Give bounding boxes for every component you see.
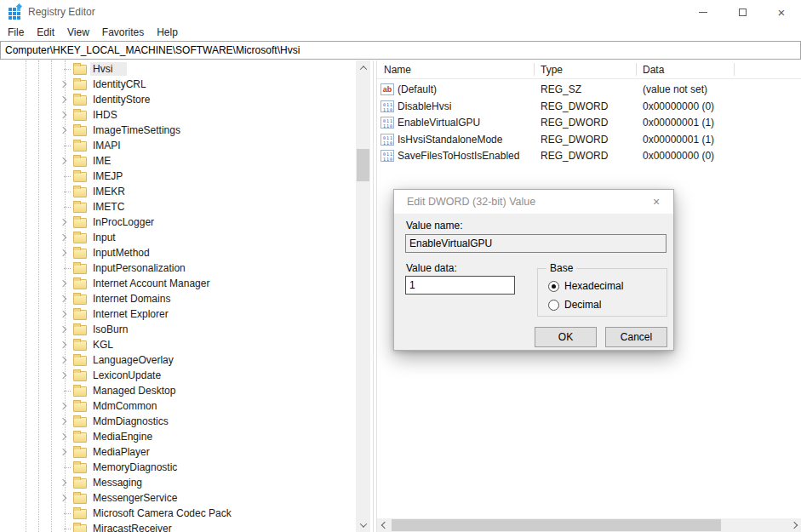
tree-item-label[interactable]: ImageTimeSettings — [90, 123, 183, 137]
tree-item[interactable]: MiracastReceiver — [0, 521, 356, 532]
ok-button[interactable]: OK — [535, 327, 597, 347]
expand-chevron-icon[interactable] — [56, 490, 71, 506]
expand-chevron-icon[interactable] — [56, 368, 71, 383]
tree-item-label[interactable]: IMETC — [90, 200, 127, 214]
cancel-button[interactable]: Cancel — [605, 327, 667, 347]
tree-item[interactable]: Messaging — [0, 475, 356, 490]
expand-chevron-icon[interactable] — [56, 230, 71, 245]
menu-file[interactable]: File — [8, 26, 24, 38]
expand-chevron-icon[interactable] — [56, 92, 71, 107]
expand-chevron-icon[interactable] — [56, 352, 71, 368]
expand-chevron-icon[interactable] — [56, 398, 71, 414]
tree-item-label[interactable]: IsoBurn — [90, 323, 130, 336]
tree-item[interactable]: MemoryDiagnostic — [0, 460, 356, 475]
column-header-type[interactable]: Type — [541, 64, 563, 76]
tree-item[interactable]: IsoBurn — [0, 322, 356, 337]
tree-item-label[interactable]: MediaPlayer — [90, 445, 152, 459]
tree-item[interactable]: Microsoft Camera Codec Pack — [0, 506, 356, 521]
tree-item-label[interactable]: IMEKR — [90, 185, 128, 198]
expand-chevron-icon[interactable] — [56, 184, 71, 199]
menu-edit[interactable]: Edit — [37, 26, 54, 38]
expand-chevron-icon[interactable] — [56, 215, 71, 230]
tree-item-label[interactable]: Hvsi — [90, 62, 127, 76]
menu-view[interactable]: View — [67, 26, 89, 38]
tree-item[interactable]: Managed Desktop — [0, 383, 356, 398]
tree-item-label[interactable]: IMAPI — [90, 139, 123, 152]
tree-vertical-scrollbar[interactable] — [356, 60, 370, 532]
tree-item[interactable]: Internet Explorer — [0, 306, 356, 322]
tree-item[interactable]: IMAPI — [0, 138, 356, 153]
tree-item-label[interactable]: InputMethod — [90, 246, 152, 260]
scroll-right-button[interactable] — [787, 518, 801, 532]
tree-item-label[interactable]: MessengerService — [90, 491, 180, 505]
tree-item-label[interactable]: Messaging — [90, 476, 145, 489]
tree-item[interactable]: IdentityCRL — [0, 77, 356, 92]
tree-item-label[interactable]: Input — [90, 231, 118, 244]
expand-chevron-icon[interactable] — [56, 61, 71, 77]
tree-item[interactable]: IHDS — [0, 107, 356, 123]
tree-item[interactable]: MessengerService — [0, 490, 356, 506]
tree-item-label[interactable]: Internet Domains — [90, 292, 173, 306]
values-scrollbar-thumb[interactable] — [392, 519, 721, 531]
tree-item-label[interactable]: Internet Account Manager — [90, 277, 212, 290]
value-name-field[interactable]: EnableVirtualGPU — [405, 234, 667, 253]
tree-item[interactable]: Hvsi — [0, 61, 356, 77]
tree-item[interactable]: IMETC — [0, 199, 356, 215]
expand-chevron-icon[interactable] — [56, 153, 71, 169]
tree-scrollbar-thumb[interactable] — [357, 149, 369, 181]
expand-chevron-icon[interactable] — [56, 245, 71, 260]
tree-item-label[interactable]: Microsoft Camera Codec Pack — [90, 506, 234, 520]
registry-value-row[interactable]: 011 110 IsHvsiStandaloneMode REG_DWORD 0… — [377, 132, 801, 149]
registry-value-row[interactable]: 011 110 EnableVirtualGPU REG_DWORD 0x000… — [377, 115, 801, 132]
tree-item[interactable]: LanguageOverlay — [0, 352, 356, 368]
expand-chevron-icon[interactable] — [56, 276, 71, 291]
expand-chevron-icon[interactable] — [56, 475, 71, 490]
tree-item-label[interactable]: IdentityCRL — [90, 77, 149, 91]
expand-chevron-icon[interactable] — [56, 291, 71, 306]
menu-help[interactable]: Help — [157, 26, 178, 38]
column-separator[interactable] — [636, 63, 637, 76]
tree-item-label[interactable]: MiracastReceiver — [90, 522, 175, 532]
column-separator[interactable] — [534, 63, 535, 76]
values-horizontal-scrollbar[interactable] — [377, 518, 801, 532]
tree-item[interactable]: MdmCommon — [0, 398, 356, 414]
expand-chevron-icon[interactable] — [56, 444, 71, 460]
tree-item[interactable]: IME — [0, 153, 356, 169]
tree-item[interactable]: IMEJP — [0, 169, 356, 184]
tree-item-label[interactable]: LanguageOverlay — [90, 353, 176, 367]
scroll-up-button[interactable] — [356, 60, 370, 75]
minimize-button[interactable] — [684, 0, 723, 24]
tree-item[interactable]: LexiconUpdate — [0, 368, 356, 383]
scroll-left-button[interactable] — [377, 518, 392, 532]
expand-chevron-icon[interactable] — [56, 521, 71, 532]
tree-item[interactable]: KGL — [0, 337, 356, 352]
tree-item[interactable]: IdentityStore — [0, 92, 356, 107]
expand-chevron-icon[interactable] — [56, 77, 71, 92]
radio-hexadecimal[interactable]: Hexadecimal — [548, 279, 623, 293]
close-button[interactable]: × — [762, 0, 801, 24]
expand-chevron-icon[interactable] — [56, 138, 71, 153]
expand-chevron-icon[interactable] — [56, 123, 71, 138]
expand-chevron-icon[interactable] — [56, 337, 71, 352]
tree-item-label[interactable]: LexiconUpdate — [90, 369, 163, 382]
column-header-data[interactable]: Data — [643, 64, 664, 76]
expand-chevron-icon[interactable] — [56, 306, 71, 322]
expand-chevron-icon[interactable] — [56, 414, 71, 429]
scroll-down-button[interactable] — [356, 518, 370, 532]
tree-item[interactable]: InProcLogger — [0, 215, 356, 230]
registry-value-row[interactable]: 011 110 SaveFilesToHostIsEnabled REG_DWO… — [377, 148, 801, 165]
expand-chevron-icon[interactable] — [56, 199, 71, 215]
tree-item[interactable]: IMEKR — [0, 184, 356, 199]
expand-chevron-icon[interactable] — [56, 506, 71, 521]
tree-item-label[interactable]: Managed Desktop — [90, 384, 178, 398]
tree-item-label[interactable]: IHDS — [90, 108, 120, 122]
tree-item[interactable]: Internet Domains — [0, 291, 356, 306]
tree-item[interactable]: Input — [0, 230, 356, 245]
tree-item-label[interactable]: IMEJP — [90, 169, 125, 183]
tree-item[interactable]: Internet Account Manager — [0, 276, 356, 291]
expand-chevron-icon[interactable] — [56, 107, 71, 123]
expand-chevron-icon[interactable] — [56, 169, 71, 184]
tree-item-label[interactable]: MemoryDiagnostic — [90, 460, 180, 474]
tree-item-label[interactable]: InProcLogger — [90, 215, 157, 229]
expand-chevron-icon[interactable] — [56, 460, 71, 475]
